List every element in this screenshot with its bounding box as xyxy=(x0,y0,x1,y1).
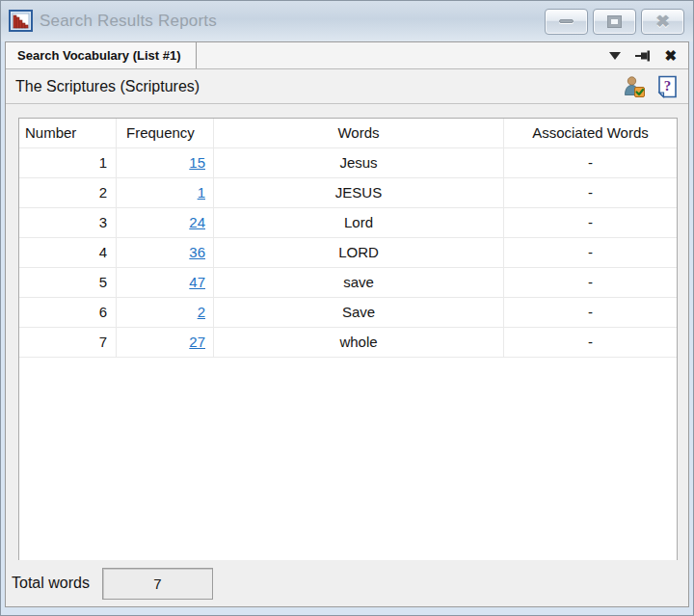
close-button[interactable]: ✖ xyxy=(641,9,684,35)
cell-associated-words: - xyxy=(504,178,677,207)
cell-word: JESUS xyxy=(214,178,504,207)
cell-associated-words: - xyxy=(504,148,677,177)
help-icon[interactable]: ? xyxy=(655,75,679,98)
table-row[interactable]: 1 15 Jesus - xyxy=(19,148,677,178)
cell-number: 3 xyxy=(19,208,117,237)
histogram-window-icon[interactable] xyxy=(9,9,34,34)
table-row[interactable]: 3 24 Lord - xyxy=(19,208,677,238)
tab-menu-dropdown-icon[interactable] xyxy=(609,52,621,60)
tab-bar: Search Vocabulary (List #1) ✖ xyxy=(6,42,688,69)
report-title: The Scriptures (Scriptures) xyxy=(15,78,623,95)
minimize-icon xyxy=(559,19,574,23)
cell-number: 2 xyxy=(19,178,117,207)
report-body: Number Frequency Words Associated Words … xyxy=(6,104,688,560)
frequency-link[interactable]: 47 xyxy=(189,274,205,290)
table-row[interactable]: 6 2 Save - xyxy=(19,298,677,328)
tab-close-icon[interactable]: ✖ xyxy=(664,48,677,63)
cell-word: Save xyxy=(214,298,504,327)
table-row[interactable]: 7 27 whole - xyxy=(19,328,677,358)
cell-word: LORD xyxy=(214,238,504,267)
cell-number: 4 xyxy=(19,238,117,267)
frequency-link[interactable]: 36 xyxy=(189,244,205,260)
app-window: Search Results Reports ✖ Search Vocabula… xyxy=(0,0,694,616)
cell-associated-words: - xyxy=(504,268,677,297)
cell-frequency: 27 xyxy=(117,328,214,357)
cell-number: 1 xyxy=(19,148,117,177)
cell-associated-words: - xyxy=(504,298,677,327)
cell-number: 5 xyxy=(19,268,117,297)
report-header: The Scriptures (Scriptures) ? xyxy=(6,69,688,104)
cell-word: save xyxy=(214,268,504,297)
total-words-label: Total words xyxy=(12,575,90,592)
tab-bar-spacer xyxy=(197,42,609,68)
cell-word: whole xyxy=(214,328,504,357)
frequency-link[interactable]: 27 xyxy=(189,334,205,350)
window-title: Search Results Reports xyxy=(40,12,545,31)
cell-frequency: 2 xyxy=(117,298,214,327)
table-row[interactable]: 4 36 LORD - xyxy=(19,238,677,268)
cell-number: 6 xyxy=(19,298,117,327)
maximize-icon xyxy=(608,16,621,27)
frequency-link[interactable]: 24 xyxy=(189,214,205,230)
footer-bar: Total words 7 xyxy=(6,560,688,606)
cell-frequency: 15 xyxy=(117,148,214,177)
cell-associated-words: - xyxy=(504,208,677,237)
table-row[interactable]: 5 47 save - xyxy=(19,268,677,298)
cell-frequency: 24 xyxy=(117,208,214,237)
svg-text:?: ? xyxy=(663,78,671,94)
maximize-button[interactable] xyxy=(593,9,636,35)
tab-search-vocabulary[interactable]: Search Vocabulary (List #1) xyxy=(6,42,197,68)
cell-frequency: 47 xyxy=(117,268,214,297)
table-header-row: Number Frequency Words Associated Words xyxy=(19,119,677,148)
total-words-value-box: 7 xyxy=(102,568,213,600)
column-header-words: Words xyxy=(214,119,504,147)
column-header-frequency: Frequency xyxy=(117,119,214,147)
user-check-icon[interactable] xyxy=(623,75,646,98)
column-header-number: Number xyxy=(19,119,117,147)
table-row[interactable]: 2 1 JESUS - xyxy=(19,178,677,208)
total-words-value: 7 xyxy=(153,576,161,592)
cell-word: Jesus xyxy=(214,148,504,177)
pin-icon[interactable] xyxy=(634,48,651,64)
cell-associated-words: - xyxy=(504,328,677,357)
minimize-button[interactable] xyxy=(545,9,588,35)
tab-label: Search Vocabulary (List #1) xyxy=(17,48,181,63)
column-header-associated-words: Associated Words xyxy=(504,119,677,147)
cell-associated-words: - xyxy=(504,238,677,267)
table-body: 1 15 Jesus - 2 1 JESUS - 3 24 Lord - 4 3… xyxy=(19,148,677,358)
close-icon: ✖ xyxy=(655,13,669,30)
title-bar: Search Results Reports ✖ xyxy=(1,1,693,41)
cell-word: Lord xyxy=(214,208,504,237)
cell-frequency: 1 xyxy=(117,178,214,207)
frequency-link[interactable]: 2 xyxy=(198,304,205,320)
cell-number: 7 xyxy=(19,328,117,357)
frequency-link[interactable]: 15 xyxy=(189,154,205,171)
table-empty-area xyxy=(19,358,677,560)
cell-frequency: 36 xyxy=(117,238,214,267)
app-frame: Search Vocabulary (List #1) ✖ The xyxy=(5,41,689,607)
vocabulary-table: Number Frequency Words Associated Words … xyxy=(18,118,678,560)
frequency-link[interactable]: 1 xyxy=(198,184,205,201)
